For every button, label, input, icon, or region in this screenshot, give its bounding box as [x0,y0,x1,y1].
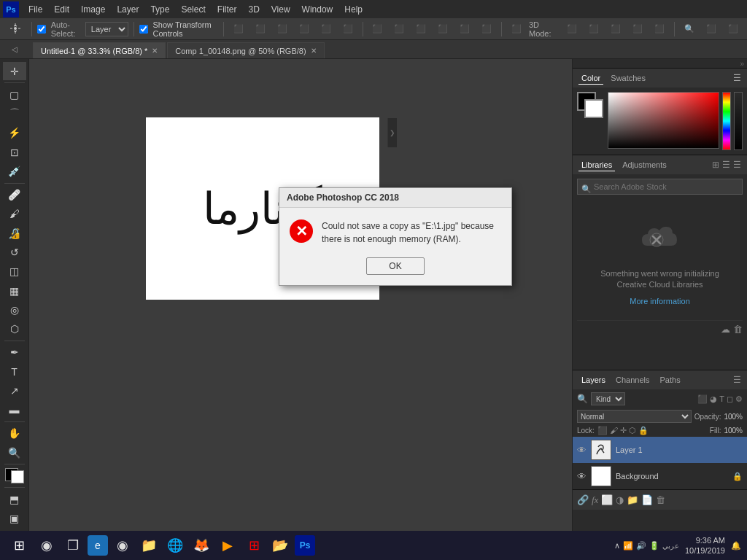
adjustments-tab[interactable]: Adjustments [619,159,670,171]
menu-help[interactable]: Help [339,3,368,16]
taskbar-clock[interactable]: 9:36 AM 10/19/2019 [685,535,725,556]
gradient-tool[interactable]: ▦ [3,281,26,300]
delete-layer-btn[interactable]: 🗑 [656,494,665,505]
layers-panel-menu[interactable]: ☰ [733,375,741,385]
history-tool[interactable]: ↺ [3,243,26,261]
3d-rotate-btn[interactable]: ⬛ [562,22,581,36]
error-dialog[interactable]: Adobe Photoshop CC 2018 ✕ Could not save… [279,187,512,286]
menu-image[interactable]: Image [76,3,110,16]
align-top-btn[interactable]: ⬛ [229,22,248,36]
show-transform-checkbox[interactable] [139,25,148,34]
menu-window[interactable]: Window [297,3,338,16]
tab-close-comp[interactable]: ✕ [311,47,317,55]
layer-row-layer1[interactable]: 👁 Layer 1 [573,437,747,463]
auto-select-checkbox[interactable] [37,25,46,34]
layer-filter-adj[interactable]: ◕ [710,394,717,404]
right-panel-collapse[interactable]: ❯ [387,118,397,147]
frame-btn[interactable]: ⬛ [702,22,721,36]
add-mask-btn[interactable]: ⬜ [601,494,613,505]
marquee-tool[interactable]: ▢ [3,85,26,104]
libraries-panel-menu[interactable]: ☰ [733,160,741,170]
color-tab[interactable]: Color [578,72,603,85]
lock-transparent[interactable]: ⬛ [597,426,608,435]
tray-network[interactable]: 📶 [623,541,633,551]
taskbar-search[interactable]: ◉ [35,534,58,557]
menu-file[interactable]: File [23,3,47,16]
quick-mask-tool[interactable]: ⬒ [3,490,26,508]
menu-filter[interactable]: Filter [212,3,242,16]
fg-bg-colors[interactable] [577,92,603,118]
menu-type[interactable]: Type [145,3,174,16]
alpha-strip[interactable] [734,92,743,150]
hue-strip[interactable] [722,92,731,150]
start-button[interactable]: ⊞ [6,532,32,559]
foreground-color[interactable] [4,467,26,485]
layer-row-background[interactable]: 👁 Background 🔒 [573,463,747,489]
layer-filter-smart[interactable]: ⚙ [735,394,743,404]
align-center-btn[interactable]: ⬛ [317,22,336,36]
background-visibility[interactable]: 👁 [577,471,587,482]
auto-select-dropdown[interactable]: Layer Group [85,22,128,36]
adjustment-btn[interactable]: ◑ [616,494,624,505]
healing-tool[interactable]: 🩹 [3,185,26,203]
taskbar-archive[interactable]: ⊞ [242,534,266,557]
taskbar-taskview[interactable]: ❐ [61,534,85,557]
new-group-btn[interactable]: 📁 [627,494,638,505]
taskbar-cortana[interactable]: ◉ [111,534,134,557]
distribute-6-btn[interactable]: ⬛ [477,22,496,36]
taskbar-explorer[interactable]: 📁 [137,534,160,557]
hand-tool[interactable]: ✋ [3,424,26,443]
blur-tool[interactable]: ◎ [3,300,26,319]
3d-drag-btn[interactable]: ⬛ [606,22,625,36]
dialog-ok-button[interactable]: OK [366,257,425,275]
menu-select[interactable]: Select [176,3,210,16]
path-selection-tool[interactable]: ↗ [3,381,26,400]
quick-select-tool[interactable]: ⚡ [3,124,26,142]
notification-btn[interactable]: 🔔 [731,541,741,551]
3d-slide-btn[interactable]: ⬛ [628,22,647,36]
taskbar-vlc[interactable]: ▶ [216,534,239,557]
eraser-tool[interactable]: ◫ [3,262,26,281]
lasso-tool[interactable]: ⌒ [3,104,26,122]
libraries-search-input[interactable] [577,179,743,195]
taskbar-files[interactable]: 📂 [268,534,292,557]
distribute-3-btn[interactable]: ⬛ [411,22,430,36]
clone-tool[interactable]: 🔏 [3,224,26,242]
new-layer-btn[interactable]: 📄 [641,494,653,505]
arrange-btn[interactable]: ⬛ [507,22,526,36]
tab-comp[interactable]: Comp 1_00148.png @ 50% (RGB/8) ✕ [167,42,324,58]
libraries-grid-icon[interactable]: ⊞ [712,160,719,170]
libraries-list-icon[interactable]: ☰ [722,160,730,170]
menu-layer[interactable]: Layer [112,3,144,16]
fx-btn[interactable]: fx [592,494,598,506]
layer1-visibility[interactable]: 👁 [577,445,587,456]
libraries-tab[interactable]: Libraries [578,159,615,171]
distribute-2-btn[interactable]: ⬛ [390,22,409,36]
distribute-5-btn[interactable]: ⬛ [455,22,474,36]
background-color-swatch[interactable] [584,99,603,118]
brush-tool[interactable]: 🖌 [3,205,26,223]
menu-3d[interactable]: 3D [243,3,264,16]
search-btn[interactable]: 🔍 [680,22,699,36]
pen-tool[interactable]: ✒ [3,343,26,362]
lib-delete-icon[interactable]: 🗑 [733,324,743,335]
shape-tool[interactable]: ▬ [3,401,26,419]
color-panel-menu[interactable]: ☰ [733,73,741,83]
lock-all[interactable]: 🔒 [638,426,649,435]
align-middle-btn[interactable]: ⬛ [251,22,270,36]
blend-mode-dropdown[interactable]: Normal [577,410,692,423]
menu-edit[interactable]: Edit [49,3,74,16]
taskbar-edge[interactable]: e [88,535,108,556]
lib-cloud-icon[interactable]: ☁ [721,324,730,335]
align-right-btn[interactable]: ⬛ [338,22,357,36]
distribute-1-btn[interactable]: ⬛ [368,22,387,36]
paths-tab[interactable]: Paths [657,374,684,386]
tab-collapse-btn[interactable]: ◁ [0,40,29,58]
move-tool[interactable]: ✛ [3,62,26,80]
link-layers-btn[interactable]: 🔗 [577,494,589,505]
lock-position[interactable]: ✛ [620,426,627,435]
lock-image[interactable]: 🖌 [610,426,618,435]
tab-close-untitled[interactable]: ✕ [152,47,158,55]
panel-collapse-arrow[interactable]: » [740,60,744,68]
taskbar-photoshop[interactable]: Ps [295,535,315,556]
